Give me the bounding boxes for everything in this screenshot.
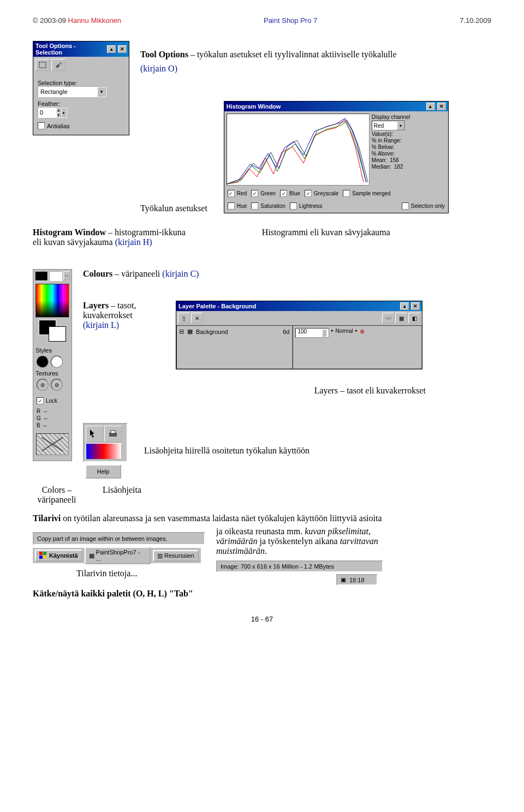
blend-mode-label: Normal bbox=[336, 328, 353, 334]
spinner-up-icon[interactable]: ▲ bbox=[56, 108, 61, 112]
new-layer-icon[interactable]: ▯ bbox=[178, 313, 190, 324]
header-title: Paint Shop Pro 7 bbox=[264, 16, 317, 25]
tilarivin-tietoja-caption: Tilarivin tietoja... bbox=[76, 569, 205, 578]
layer-properties: 100 ▸ Normal ▸ ⊗ bbox=[293, 325, 422, 369]
tool-options-text: Tool Options – työkalun asetukset eli ty… bbox=[140, 50, 491, 74]
tool-options-title: Tool Options - Selection bbox=[35, 43, 103, 56]
close-icon[interactable]: ✕ bbox=[437, 103, 446, 110]
channel-dropdown[interactable]: Red ▼ bbox=[372, 121, 405, 130]
svg-point-1 bbox=[59, 62, 62, 64]
header-date: 7.10.2009 bbox=[460, 16, 491, 25]
colors-caption: Colors – väripaneeli bbox=[33, 485, 81, 505]
green-checkbox[interactable]: ✓Green bbox=[251, 190, 276, 197]
histogram-info: Display channel Red ▼ Value(s): % in Ran… bbox=[372, 114, 446, 186]
delete-layer-icon[interactable]: ✕ bbox=[191, 313, 203, 324]
tilarivi-paragraph: Tilarivi on työtilan alareunassa ja sen … bbox=[33, 514, 491, 523]
bg-swatch[interactable] bbox=[49, 271, 62, 281]
lock-icon[interactable]: ⊗ bbox=[360, 328, 365, 335]
histogram-titlebar[interactable]: Histogram Window ▴ ✕ bbox=[224, 101, 448, 111]
options-tab[interactable] bbox=[51, 59, 66, 71]
feather-spinner[interactable]: ▲ ▼ ▸ bbox=[38, 107, 67, 118]
tool-options-window: Tool Options - Selection ▴ ✕ Selection t… bbox=[33, 41, 129, 135]
clock: 18:18 bbox=[349, 577, 365, 583]
texture-fg-circle[interactable]: ⊘ bbox=[37, 379, 49, 391]
svg-rect-0 bbox=[39, 62, 46, 68]
tool-options-titlebar[interactable]: Tool Options - Selection ▴ ✕ bbox=[33, 41, 129, 57]
fg-bg-overlap[interactable] bbox=[37, 320, 68, 344]
minimize-icon[interactable]: ▴ bbox=[107, 45, 116, 53]
svg-rect-10 bbox=[43, 556, 46, 559]
layer-palette-titlebar[interactable]: Layer Palette - Background ▴ ✕ bbox=[176, 301, 422, 311]
page-number: 16 - 67 bbox=[33, 615, 491, 623]
sample-checkbox[interactable]: Sample merged bbox=[343, 190, 391, 197]
selection-tool-tab[interactable] bbox=[35, 59, 50, 71]
lightness-checkbox[interactable]: Lightness bbox=[290, 202, 323, 210]
resurssien-task-button[interactable]: ▥ Resurssien bbox=[153, 550, 199, 562]
visibility-icon[interactable]: 👓 bbox=[382, 313, 394, 324]
color-bar-icon[interactable] bbox=[86, 443, 122, 459]
app-icon: ▦ bbox=[89, 552, 94, 559]
spinner-arrow-icon[interactable]: ▸ bbox=[61, 108, 67, 117]
histogram-window: Histogram Window ▴ ✕ bbox=[224, 101, 449, 213]
blue-checkbox[interactable]: ✓Blue bbox=[280, 190, 300, 197]
printer-icon[interactable] bbox=[104, 426, 122, 442]
lock-checkbox[interactable]: ✓Lock bbox=[33, 396, 72, 405]
image-status-bar: Image: 700 x 616 x 16 Million - 1.2 MByt… bbox=[216, 560, 383, 572]
opacity-slider[interactable]: 100 bbox=[295, 328, 329, 338]
colours-text: Colours – väripaneeli (kirjain C) bbox=[83, 269, 491, 279]
close-icon[interactable]: ✕ bbox=[118, 45, 127, 53]
mask-icon[interactable]: ◧ bbox=[408, 313, 420, 324]
copyright: © 2003-09 bbox=[33, 16, 68, 25]
author-link[interactable]: Hannu Mikkonen bbox=[68, 16, 122, 25]
tray-icon[interactable]: ▣ bbox=[341, 576, 346, 583]
selection-rect-icon bbox=[39, 62, 46, 68]
chevron-down-icon[interactable]: ▼ bbox=[97, 87, 106, 97]
histogram-title: Histogram Window bbox=[227, 103, 281, 110]
slider-arrow-icon[interactable]: ▸ bbox=[355, 328, 358, 333]
help-button[interactable]: Help bbox=[85, 464, 121, 479]
greyscale-checkbox[interactable]: ✓Greyscale bbox=[305, 190, 338, 197]
antialias-checkbox[interactable]: Antialias bbox=[38, 122, 124, 129]
slider-arrow-icon[interactable]: ▸ bbox=[331, 328, 334, 333]
svg-rect-9 bbox=[39, 556, 43, 559]
minimize-icon[interactable]: ▴ bbox=[400, 302, 409, 310]
selection-only-checkbox[interactable]: Selection only bbox=[402, 202, 445, 210]
layer-list[interactable]: ⊟ ▦ Background 6d bbox=[176, 325, 293, 369]
chevron-down-icon[interactable]: ▼ bbox=[397, 121, 404, 130]
layer-palette-title: Layer Palette - Background bbox=[178, 303, 256, 309]
fg-swatch[interactable] bbox=[35, 271, 48, 281]
wrench-icon bbox=[55, 62, 62, 68]
tyokalun-asetukset-caption: Työkalun asetukset bbox=[140, 204, 207, 213]
layers-caption: Layers – tasot eli kuvakerrokset bbox=[83, 386, 491, 396]
minimize-icon[interactable]: ▴ bbox=[426, 103, 435, 110]
close-icon[interactable]: ✕ bbox=[411, 302, 420, 310]
spinner-down-icon[interactable]: ▼ bbox=[56, 112, 61, 117]
selection-type-dropdown[interactable]: Rectangle ▼ bbox=[38, 86, 106, 97]
tree-expand-icon[interactable]: ⊟ bbox=[179, 328, 184, 335]
layer-icon: ▦ bbox=[187, 328, 193, 335]
texture-bg-circle[interactable]: ⊘ bbox=[51, 379, 63, 391]
saturation-checkbox[interactable]: Saturation bbox=[251, 202, 285, 210]
layer-row-background[interactable]: ⊟ ▦ Background 6d bbox=[179, 328, 290, 335]
colors-palette: ↔ Styles Textures ⊘ ⊘ ✓Lock R -- G -- bbox=[33, 269, 72, 461]
paintshop-task-button[interactable]: ▦ PaintShopPro7 - ... bbox=[85, 547, 151, 564]
help-cursor-icon[interactable]: ? bbox=[86, 426, 103, 442]
lisaohjeita-line: Lisäohjeita hiirellä osoitetun työkalun … bbox=[144, 446, 309, 456]
help-icon-group: ? bbox=[83, 423, 128, 462]
selection-type-value: Rectangle bbox=[40, 88, 68, 95]
tab-line: Kätke/näytä kaikki paletit (O, H, L) "Ta… bbox=[33, 589, 491, 599]
feather-label: Feather: bbox=[38, 100, 124, 107]
status-bar-left: Copy part of an image within or between … bbox=[33, 532, 205, 545]
feather-input[interactable] bbox=[38, 108, 56, 117]
start-button[interactable]: Käynnistä bbox=[35, 550, 82, 562]
glasses-icon[interactable]: 6d bbox=[283, 329, 289, 335]
swap-colors-icon[interactable]: ↔ bbox=[63, 271, 70, 280]
selection-type-label: Selection type: bbox=[38, 80, 124, 86]
none-swatch-icon[interactable] bbox=[36, 433, 69, 455]
style-bg-circle[interactable] bbox=[51, 356, 63, 368]
color-picker[interactable] bbox=[35, 284, 69, 318]
group-icon[interactable]: ▦ bbox=[395, 313, 407, 324]
hue-checkbox[interactable]: Hue bbox=[228, 202, 247, 210]
red-checkbox[interactable]: ✓Red bbox=[228, 190, 247, 197]
style-fg-circle[interactable] bbox=[37, 356, 49, 368]
